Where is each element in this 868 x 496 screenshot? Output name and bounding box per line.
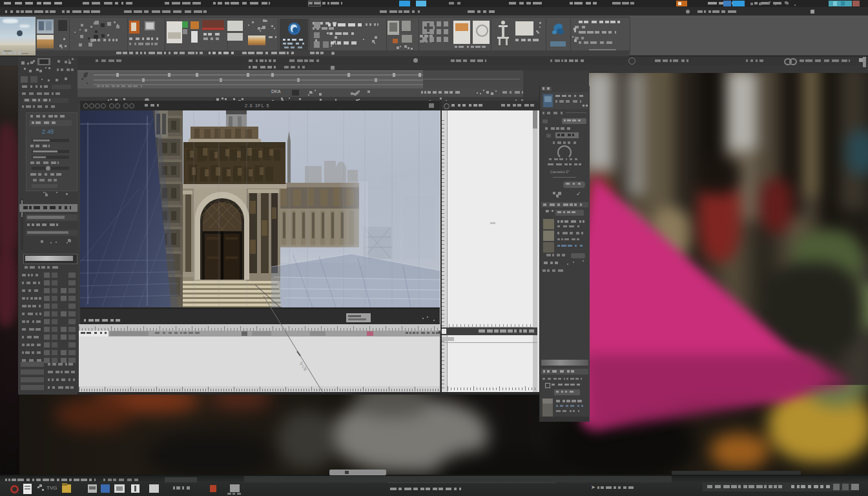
svg-text:fy-(Jg: fy-(Jg bbox=[299, 361, 308, 371]
